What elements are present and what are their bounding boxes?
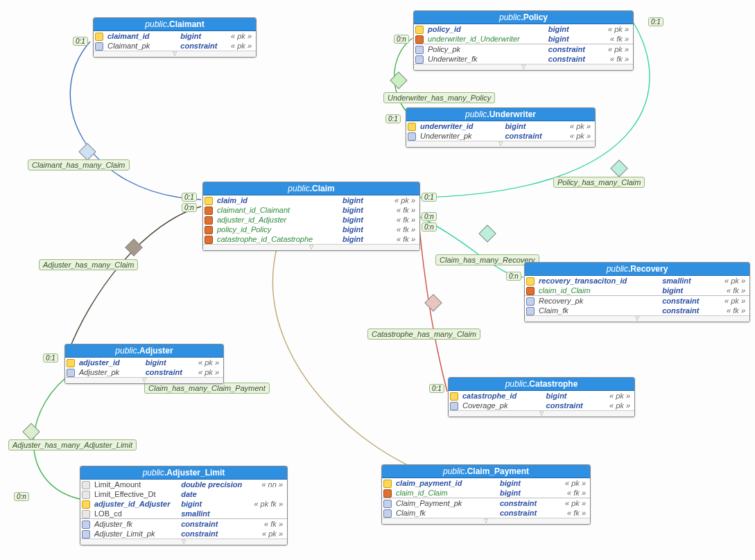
entity-title: public.Claim [203, 182, 419, 195]
entity-schema: public [288, 184, 309, 193]
entity-title: public.Claim_Payment [382, 465, 590, 478]
column-name: Policy_pk [425, 44, 546, 55]
column-tag [250, 509, 287, 518]
card: 0:1 [182, 193, 197, 202]
attr-icon [82, 491, 90, 499]
card: 0:n [506, 272, 521, 281]
fk-icon [383, 489, 392, 498]
fk-icon [205, 236, 213, 244]
collapse-handle[interactable]: ▽ [94, 51, 256, 57]
column-type: bigint [340, 215, 383, 225]
card: 0:1 [429, 384, 444, 393]
column-name: LOB_cd [92, 509, 178, 518]
column-tag: « pk » [559, 121, 595, 131]
entity-name: Claim [312, 184, 335, 193]
entity-recovery[interactable]: public.Recovery recovery_transaciton_id … [524, 262, 750, 322]
entity-claimant[interactable]: public.Claimant claimant_id bigint « pk … [93, 17, 257, 58]
column-type: bigint [544, 391, 599, 401]
entity-title: public.Catastrophe [449, 378, 634, 391]
entity-schema: public [143, 468, 164, 478]
entity-name: Claim_Payment [467, 466, 529, 476]
column-type: bigint [178, 499, 250, 509]
entity-title: public.Claimant [94, 18, 256, 31]
column-name: Coverage_pk [460, 401, 544, 410]
column-type: bigint [340, 195, 383, 205]
column-type: bigint [497, 488, 555, 498]
entity-name: Underwriter [489, 110, 536, 119]
constraint-icon [415, 55, 424, 64]
column-tag: « fk » [383, 225, 419, 234]
entity-underwriter[interactable]: public.Underwriter underwriter_id bigint… [406, 107, 596, 148]
entity-policy[interactable]: public.Policy policy_id bigint « pk » un… [413, 10, 634, 71]
constraint-icon [82, 520, 90, 529]
entity-adjuster[interactable]: public.Adjuster adjuster_id bigint « pk … [64, 344, 224, 384]
column-type: bigint [340, 234, 383, 244]
column-tag: « nn » [250, 480, 287, 489]
rel-label-adjuster-claim: Adjuster_has_many_Claim [39, 259, 138, 270]
diamond-claimant-claim [78, 143, 96, 160]
column-type: constraint [546, 54, 600, 64]
entity-name: Policy [523, 12, 548, 22]
column-type: double precision [178, 480, 250, 489]
card: 0:n [422, 212, 437, 221]
entity-claim-payment[interactable]: public.Claim_Payment claim_payment_id bi… [381, 464, 591, 525]
constraint-icon [526, 307, 535, 315]
collapse-handle[interactable]: ▽ [406, 141, 595, 147]
card: 0:n [422, 222, 437, 231]
column-tag: « fk » [555, 488, 590, 498]
column-type: constraint [177, 41, 226, 51]
collapse-handle[interactable]: ▽ [525, 315, 749, 322]
column-type: bigint [546, 24, 600, 34]
column-name: Adjuster_Limit_pk [92, 529, 178, 539]
column-type: bigint [143, 358, 190, 367]
rel-label-claimant-claim: Claimant_has_many_Claim [28, 159, 130, 170]
entity-title: public.Adjuster [65, 344, 223, 358]
rel-label-catastrophe-claim: Catastrophe_has_many_Claim [367, 329, 480, 340]
entity-name: Claimant [169, 19, 205, 29]
pk-icon [526, 277, 535, 286]
column-name: adjuster_id [76, 358, 143, 367]
collapse-handle[interactable]: ▽ [65, 377, 223, 383]
column-type: constraint [502, 131, 559, 141]
diamond-adjuster-claim [125, 238, 142, 256]
column-tag: « fk » [383, 215, 419, 225]
entity-schema: public [443, 466, 465, 476]
rel-label-underwriter-policy: Underwriter_has_many_Policy [383, 92, 495, 103]
entity-schema: public [115, 346, 137, 356]
column-type: bigint [497, 478, 555, 488]
column-tag: « pk » [599, 391, 634, 401]
entity-name: Recovery [630, 264, 668, 274]
collapse-handle[interactable]: ▽ [80, 539, 287, 545]
column-name: catastrophe_id_Catastrophe [214, 234, 340, 244]
constraint-icon [415, 46, 424, 54]
collapse-handle[interactable]: ▽ [382, 518, 590, 524]
card: 0:1 [385, 114, 401, 123]
column-type: bigint [177, 31, 226, 41]
entity-catastrophe[interactable]: public.Catastrophe catastrophe_id bigint… [448, 377, 635, 417]
column-tag: « pk fk » [250, 499, 287, 509]
column-name: claimant_id_Claimant [214, 205, 340, 215]
diamond-underwriter-policy [390, 71, 407, 89]
pk-icon [95, 33, 103, 41]
collapse-handle[interactable]: ▽ [449, 410, 634, 417]
collapse-handle[interactable]: ▽ [414, 64, 633, 70]
column-name: adjuster_id_Adjuster [92, 499, 178, 509]
column-type: bigint [340, 205, 383, 215]
column-tag: « pk » [559, 131, 595, 141]
entity-adjuster-limit[interactable]: public.Adjuster_Limit Limit_Amount doubl… [80, 466, 288, 545]
fk-icon [526, 287, 535, 295]
collapse-handle[interactable]: ▽ [203, 244, 419, 250]
entity-claim[interactable]: public.Claim claim_id bigint « pk » clai… [202, 182, 420, 251]
constraint-icon [450, 402, 458, 410]
column-name: adjuster_id_Adjuster [214, 215, 340, 225]
constraint-icon [82, 530, 90, 539]
column-tag: « pk » [600, 24, 633, 34]
column-name: claimant_id [105, 31, 177, 41]
fk-icon [205, 226, 213, 234]
column-tag: « pk » [715, 276, 749, 286]
column-name: Limit_Effective_Dt [92, 489, 178, 499]
constraint-icon [526, 297, 535, 306]
attr-icon [82, 510, 90, 518]
entity-schema: public [499, 12, 521, 22]
column-tag: « fk » [555, 508, 590, 518]
